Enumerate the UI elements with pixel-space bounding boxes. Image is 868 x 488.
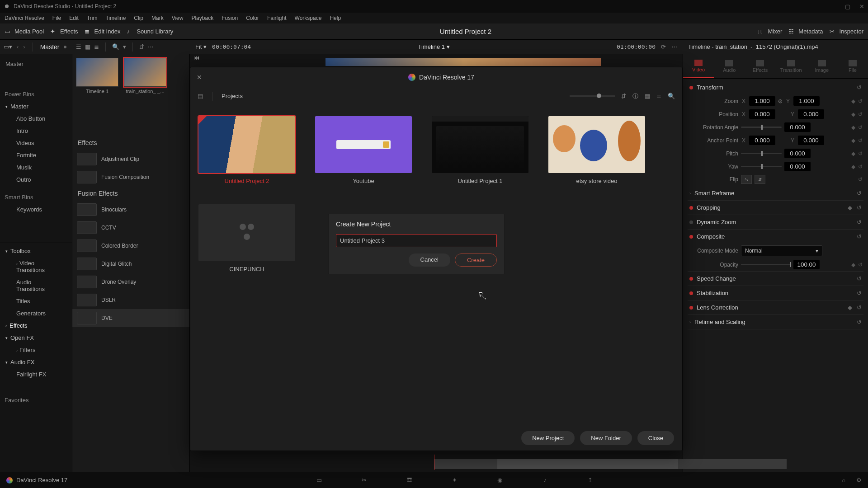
bin-intro[interactable]: Intro — [0, 125, 72, 137]
bin-view-icon[interactable]: ▭▾ — [4, 43, 12, 50]
effect-item[interactable]: Adjustment Clip — [72, 150, 189, 168]
page-media[interactable]: ▭ — [315, 477, 324, 484]
page-color[interactable]: ◉ — [495, 477, 505, 484]
search-icon[interactable]: 🔍 — [668, 93, 675, 99]
reset-icon[interactable]: ↺ — [857, 233, 862, 240]
bin-outro[interactable]: Outro — [0, 174, 72, 186]
menu-playback[interactable]: Playback — [191, 15, 213, 21]
view-grid-icon[interactable]: ▦ — [645, 93, 650, 99]
effect-item[interactable]: Colored Border — [72, 237, 189, 255]
rotation-slider[interactable] — [741, 127, 782, 128]
view-list-icon[interactable]: ≣ — [94, 43, 99, 50]
project-card[interactable]: Untitled Project 2 — [198, 116, 295, 184]
keyframe-icon[interactable]: ◆ — [851, 164, 855, 170]
view-grid-icon[interactable]: ▦ — [85, 43, 90, 50]
bin-musik[interactable]: Musik — [0, 161, 72, 174]
new-project-button[interactable]: New Project — [521, 431, 575, 445]
composite-mode-dropdown[interactable]: Normal▾ — [741, 245, 822, 256]
loop-icon[interactable]: ⟳ — [661, 43, 666, 50]
close-button[interactable]: ✕ — [859, 3, 864, 10]
page-fusion[interactable]: ✦ — [450, 477, 459, 484]
home-icon[interactable]: ⌂ — [842, 477, 845, 483]
section-composite[interactable]: Composite↺ — [688, 230, 863, 244]
section-transform[interactable]: Transform↺ — [688, 80, 863, 94]
reset-icon[interactable]: ↺ — [858, 176, 863, 183]
audio-transitions[interactable]: Audio Transitions — [0, 276, 72, 295]
section-smart-reframe[interactable]: ›Smart Reframe↺ — [688, 186, 863, 200]
playhead[interactable] — [434, 455, 434, 470]
effects-toggle[interactable]: ✦Effects — [50, 28, 78, 35]
inspector-toggle[interactable]: ✂Inspector — [830, 28, 863, 35]
menu-file[interactable]: File — [52, 15, 61, 21]
yaw-input[interactable] — [784, 162, 811, 171]
minimize-button[interactable]: — — [830, 3, 836, 10]
menu-trim[interactable]: Trim — [87, 15, 98, 21]
rotation-input[interactable] — [784, 122, 811, 132]
effect-item[interactable]: Drone Overlay — [72, 273, 189, 291]
reset-icon[interactable]: ↺ — [857, 219, 862, 225]
filters[interactable]: ›Filters — [0, 344, 72, 356]
project-card[interactable]: Untitled Project 1 — [432, 116, 528, 184]
gear-icon[interactable]: ⚙ — [856, 477, 862, 483]
nav-back[interactable]: ‹ — [17, 43, 19, 50]
bin-abo[interactable]: Abo Button — [0, 113, 72, 125]
keyframe-icon[interactable]: ◆ — [851, 98, 855, 104]
cancel-button[interactable]: Cancel — [409, 253, 450, 267]
bin-videos[interactable]: Videos — [0, 137, 72, 149]
reset-icon[interactable]: ↺ — [858, 111, 863, 117]
effect-item[interactable]: DSLR — [72, 291, 189, 309]
bin-fortnite[interactable]: Fortnite — [0, 149, 72, 161]
project-thumb[interactable] — [432, 116, 528, 173]
reset-icon[interactable]: ↺ — [857, 319, 862, 325]
tab-audio[interactable]: Audio — [714, 54, 745, 78]
effect-item[interactable]: DVE — [72, 309, 189, 327]
keyframe-icon[interactable]: ◆ — [851, 137, 855, 144]
openfx-group[interactable]: ▾Open FX — [0, 332, 72, 344]
menu-mark[interactable]: Mark — [151, 15, 164, 21]
section-dynamic-zoom[interactable]: Dynamic Zoom↺ — [688, 215, 863, 229]
chevron-down-icon[interactable]: ▾ — [123, 43, 126, 50]
section-cropping[interactable]: Cropping◆↺ — [688, 201, 863, 215]
menu-view[interactable]: View — [172, 15, 184, 21]
menu-fairlight[interactable]: Fairlight — [267, 15, 287, 21]
project-card[interactable]: Youtube — [315, 116, 412, 184]
reset-icon[interactable]: ↺ — [857, 275, 862, 282]
keyframe-icon[interactable]: ◆ — [851, 111, 855, 117]
effect-item[interactable]: Fusion Composition — [72, 168, 189, 186]
create-button[interactable]: Create — [455, 253, 497, 267]
menu-davinci[interactable]: DaVinci Resolve — [5, 15, 44, 21]
fairlightfx[interactable]: Fairlight FX — [0, 368, 72, 380]
page-deliver[interactable]: ↥ — [586, 477, 595, 484]
media-pool-toggle[interactable]: ▭Media Pool — [5, 28, 44, 35]
flip-h-button[interactable]: ⇋ — [741, 175, 752, 184]
zoom-x-input[interactable] — [749, 96, 775, 106]
reset-icon[interactable]: ↺ — [858, 137, 863, 144]
reset-icon[interactable]: ↺ — [857, 190, 862, 197]
nav-fwd[interactable]: › — [23, 43, 25, 50]
project-name-input[interactable] — [336, 234, 497, 247]
opacity-input[interactable] — [793, 260, 820, 269]
info-icon[interactable]: ⓘ — [632, 92, 638, 100]
sort-icon[interactable]: ⇵ — [621, 93, 626, 99]
video-transitions[interactable]: ›Video Transitions — [0, 257, 72, 276]
timeline-strip[interactable] — [380, 455, 497, 470]
zoom-fit-dropdown[interactable]: Fit ▾ — [195, 43, 207, 50]
menu-workspace[interactable]: Workspace — [295, 15, 322, 21]
anchor-x-input[interactable] — [749, 136, 775, 145]
page-cut[interactable]: ✂ — [360, 477, 369, 484]
new-folder-button[interactable]: New Folder — [580, 431, 632, 445]
effects-group[interactable]: ›Effects — [0, 319, 72, 332]
thumb-size-slider[interactable] — [570, 95, 615, 97]
menu-help[interactable]: Help — [330, 15, 341, 21]
zoom-y-input[interactable] — [793, 96, 820, 106]
more-icon[interactable]: ⋯ — [148, 43, 154, 50]
section-lens-correction[interactable]: Lens Correction◆↺ — [688, 300, 863, 314]
tab-video[interactable]: Video — [683, 54, 714, 78]
play-prev-icon[interactable]: ⏮ — [193, 54, 199, 61]
project-card[interactable]: etsy store video — [548, 116, 645, 184]
tab-effects[interactable]: Effects — [745, 54, 775, 78]
keyframe-icon[interactable]: ◆ — [851, 262, 855, 268]
more-icon[interactable]: ⋯ — [671, 43, 677, 50]
view-list-icon[interactable]: ≣ — [656, 93, 661, 99]
reset-icon[interactable]: ↺ — [857, 304, 862, 311]
